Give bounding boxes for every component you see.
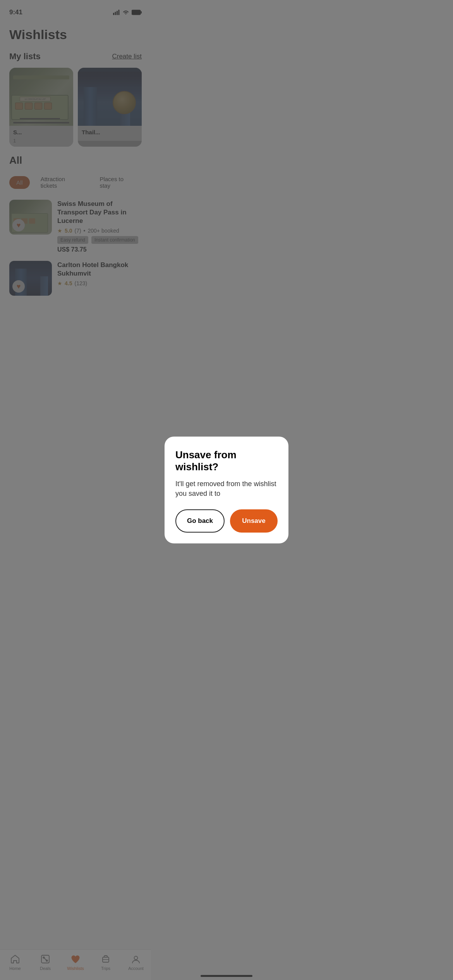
modal-overlay: Unsave from wishlist? It'll get removed … bbox=[0, 0, 151, 327]
